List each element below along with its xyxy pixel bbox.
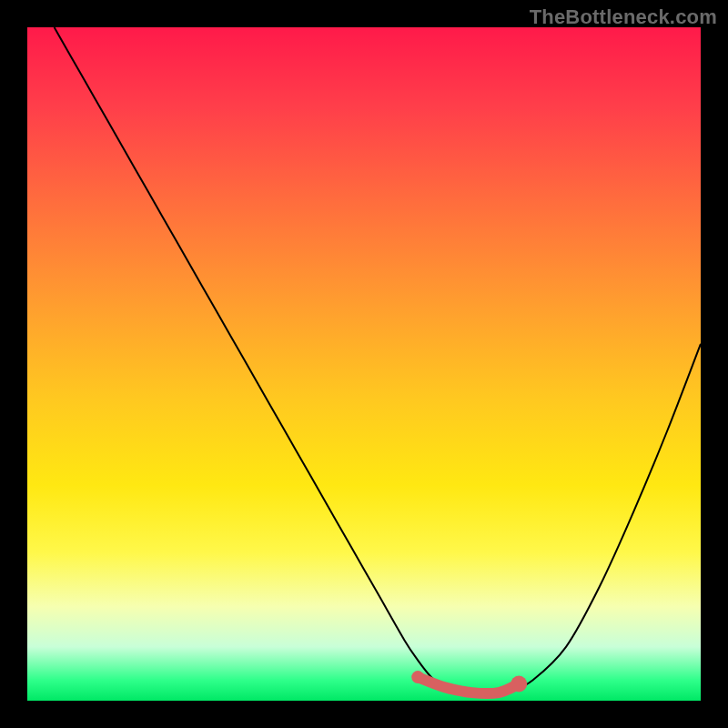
optimal-zone-dot-right xyxy=(511,676,527,693)
chart-svg xyxy=(27,27,701,701)
chart-container: TheBottleneck.com xyxy=(0,0,728,728)
bottleneck-curve xyxy=(55,27,701,694)
watermark-text: TheBottleneck.com xyxy=(530,5,717,29)
optimal-zone-dot-left xyxy=(411,671,424,683)
optimal-zone-line xyxy=(418,677,519,693)
plot-area xyxy=(27,27,701,701)
